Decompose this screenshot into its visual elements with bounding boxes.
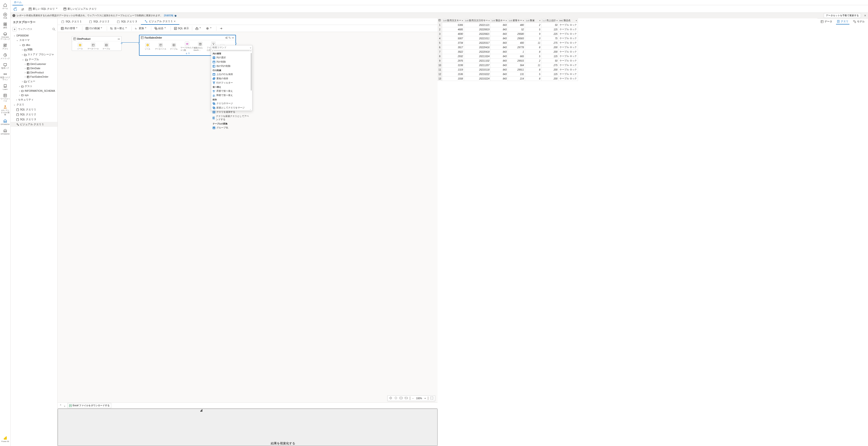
tree-db[interactable]: DP000DW: [10, 33, 57, 38]
cell[interactable]: ケーブル ロック: [559, 67, 578, 72]
cell[interactable]: 843: [491, 23, 508, 27]
tree-infoschema[interactable]: INFORMATION_SCHEMA: [10, 89, 57, 93]
tree-table-dimdate[interactable]: DimDate: [10, 66, 57, 70]
ctx-merge[interactable]: クエリのマージ: [211, 101, 250, 106]
rail-onelake[interactable]: OneLake データハブ: [0, 30, 10, 42]
table-row[interactable]: 6391720220416843297788200ケーブル ロック: [437, 45, 578, 50]
table-row[interactable]: 2468520220819843525125ケーブル ロック: [437, 27, 578, 32]
cell[interactable]: 200: [541, 45, 559, 50]
add-warehouse-button[interactable]: +: [12, 27, 17, 31]
cell[interactable]: 843: [491, 32, 508, 36]
tree-table-factsalesorder[interactable]: FactSalesOrder: [10, 74, 57, 79]
tree-queries[interactable]: クエリ: [10, 102, 57, 107]
cell[interactable]: 20211024: [464, 54, 491, 59]
tree-sys[interactable]: sys: [10, 93, 57, 97]
cell[interactable]: 20220821: [464, 32, 491, 36]
cell[interactable]: 3734: [442, 41, 464, 45]
cell[interactable]: 125: [541, 54, 559, 59]
tree-query-3[interactable]: SQL クエリ 3: [10, 117, 57, 122]
cell[interactable]: 20211207: [464, 63, 491, 67]
cell[interactable]: 8: [525, 50, 541, 54]
ctx-append-new[interactable]: クエリを新規クエリとしてアペンドする: [211, 114, 250, 122]
cell[interactable]: ケーブル ロック: [559, 41, 578, 45]
cell[interactable]: 8: [525, 45, 541, 50]
qtab-sql3[interactable]: SQL クエリ 3: [113, 18, 141, 25]
cell[interactable]: 665: [508, 54, 525, 59]
cell[interactable]: 8: [525, 67, 541, 72]
ctx-groupby[interactable]: グループ化: [211, 126, 250, 130]
table-row[interactable]: 537342022031784340011275ケーブル ロック: [437, 41, 578, 45]
cell[interactable]: 3199: [442, 63, 464, 67]
more-icon[interactable]: [118, 38, 120, 40]
download-excel-button[interactable]: Excel ファイルをダウンロードする: [67, 403, 111, 408]
zoom-in[interactable]: +: [424, 396, 427, 400]
cell[interactable]: 125: [541, 27, 559, 32]
rail-monitor[interactable]: 監視ハブ: [0, 61, 10, 71]
cell[interactable]: 20220416: [464, 45, 491, 50]
ctx-search-input[interactable]: [211, 45, 249, 50]
ctx-scrollbar[interactable]: [251, 53, 252, 91]
manual-refresh-button[interactable]: データセットを手動で更新する: [824, 13, 861, 18]
tree-functions[interactable]: 関数: [10, 47, 57, 52]
collapse-up[interactable]: ⌃: [60, 404, 62, 407]
cell[interactable]: 20220819: [464, 27, 491, 32]
rail-create[interactable]: 作成: [0, 11, 10, 21]
step-source[interactable]: ソース: [73, 43, 87, 50]
cell[interactable]: ケーブル ロック: [559, 54, 578, 59]
tree-sprocs[interactable]: ストアド プロシージャ: [10, 52, 57, 57]
cell[interactable]: 3922: [442, 50, 464, 54]
cell[interactable]: 2932: [442, 54, 464, 59]
cell[interactable]: 29778: [508, 45, 525, 50]
collapse-down[interactable]: ⌄: [63, 404, 66, 407]
tree-tables[interactable]: テーブル: [10, 57, 57, 62]
btab-model[interactable]: モデル: [852, 19, 866, 24]
cell[interactable]: 5: [525, 72, 541, 76]
cell[interactable]: 564: [508, 63, 525, 67]
combine-button[interactable]: 結合: [153, 26, 169, 31]
table-row[interactable]: 11131920210118843299118200ケーブル ロック: [437, 67, 578, 72]
btab-data[interactable]: データ: [820, 19, 833, 24]
step-source[interactable]: ソース: [141, 43, 154, 50]
cell[interactable]: 20211102: [464, 59, 491, 63]
cell[interactable]: 843: [491, 36, 508, 41]
cell[interactable]: 131: [508, 72, 525, 76]
step-database[interactable]: データベース: [87, 43, 100, 50]
step-table[interactable]: テーブル: [167, 43, 180, 50]
cell[interactable]: 20221121: [464, 23, 491, 27]
cell[interactable]: 214: [508, 76, 525, 81]
rail-browse[interactable]: 参照: [0, 21, 10, 30]
tree-views[interactable]: ビュー: [10, 79, 57, 84]
cell[interactable]: 11: [525, 41, 541, 45]
rail-apps[interactable]: アプリ: [0, 42, 10, 52]
cell[interactable]: ケーブル ロック: [559, 50, 578, 54]
column-header[interactable]: 123数量▾: [525, 18, 541, 23]
ctx-keep-duplicates[interactable]: 重複の保持: [211, 76, 250, 81]
cell[interactable]: 3917: [442, 45, 464, 50]
refresh-button[interactable]: [12, 7, 18, 11]
cell[interactable]: 275: [541, 41, 559, 45]
cell[interactable]: 2: [525, 59, 541, 63]
cell[interactable]: ケーブル ロック: [559, 45, 578, 50]
cell[interactable]: 843: [491, 59, 508, 63]
cell[interactable]: 5306: [442, 23, 464, 27]
cell[interactable]: 29580: [508, 32, 525, 36]
cell[interactable]: 275: [541, 63, 559, 67]
reduce-rows-button[interactable]: 行の削減: [84, 26, 105, 31]
cell[interactable]: 5: [525, 27, 541, 32]
tree-query-2[interactable]: SQL クエリ 2: [10, 112, 57, 117]
cell[interactable]: 2976: [442, 59, 464, 63]
cell[interactable]: 2: [525, 23, 541, 27]
cell[interactable]: 843: [491, 76, 508, 81]
transform-button[interactable]: fx変換: [134, 26, 149, 31]
cell[interactable]: 29583: [508, 36, 525, 41]
close-tab-icon[interactable]: ×: [174, 20, 176, 23]
cell[interactable]: 843: [491, 54, 508, 59]
rail-home[interactable]: ホーム: [0, 1, 10, 11]
step-expand[interactable]: 展開された DimPr…: [194, 42, 207, 51]
cell[interactable]: 480: [508, 23, 525, 27]
export-button[interactable]: [194, 26, 204, 31]
column-header[interactable]: 1.2売上合計▾: [541, 18, 559, 23]
sync-button[interactable]: [20, 7, 25, 11]
table-row[interactable]: 3469020220821843295809225ケーブル ロック: [437, 32, 578, 36]
cell[interactable]: 20210118: [464, 67, 491, 72]
